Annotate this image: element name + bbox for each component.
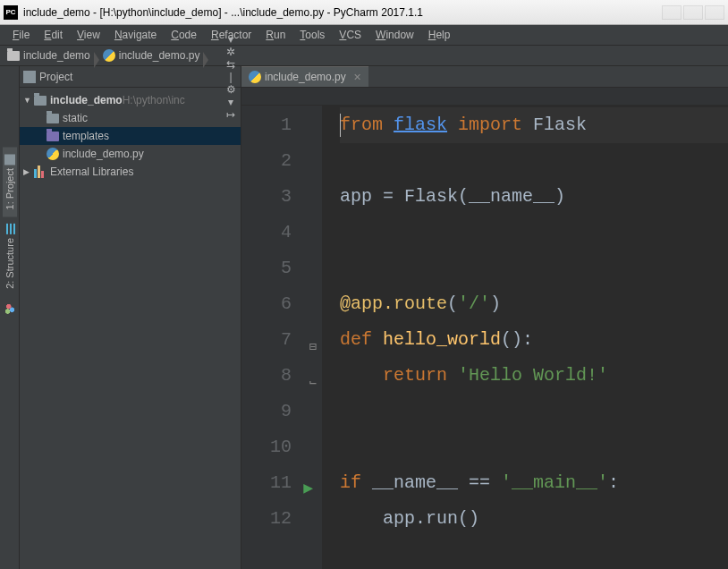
library-icon	[34, 166, 47, 178]
gutter: 123456789101112⊟⌙▶	[241, 106, 322, 569]
close-button[interactable]	[705, 5, 724, 20]
python-file-icon	[47, 148, 59, 160]
breadcrumb-item[interactable]: include_demo.py	[99, 49, 209, 62]
project-header-action[interactable]: ⇆	[224, 58, 237, 71]
tool-tab-structure[interactable]: 2: Structure	[3, 217, 17, 296]
app-icon: PC	[4, 5, 18, 20]
tool-window-strip: 1: Project2: Structure	[0, 66, 20, 569]
breadcrumb-item[interactable]: include_demo	[4, 49, 99, 62]
menu-navigate[interactable]: Navigate	[107, 27, 164, 43]
folder-icon	[47, 114, 59, 123]
code-line[interactable]: def hello_world():	[340, 322, 728, 358]
run-icon[interactable]: ▶	[303, 471, 313, 506]
code-line[interactable]	[340, 251, 728, 286]
code-line[interactable]: app = Flask(__name__)	[340, 179, 728, 215]
editor-area: include_demo.py ✕ 123456789101112⊟⌙▶ fro…	[241, 66, 728, 569]
minimize-button[interactable]	[662, 5, 681, 20]
code-line[interactable]	[340, 429, 728, 465]
project-tree[interactable]: ▼include_demo H:\python\incstatictemplat…	[20, 88, 241, 184]
folder-icon	[47, 132, 59, 141]
code-line[interactable]: from flask import Flask	[340, 107, 728, 143]
python-file-icon	[249, 71, 261, 83]
project-icon	[4, 154, 15, 165]
project-header-action[interactable]: |	[224, 71, 237, 83]
fold-end-icon: ⌙	[309, 365, 317, 401]
menu-edit[interactable]: Edit	[37, 27, 70, 43]
expand-icon: ▶	[23, 167, 32, 176]
code-line[interactable]: app.run()	[340, 501, 728, 537]
maximize-button[interactable]	[683, 5, 703, 20]
tool-tab-project[interactable]: 1: Project	[3, 147, 17, 217]
menu-run[interactable]: Run	[258, 27, 292, 43]
vcs-icon[interactable]	[4, 303, 15, 314]
code-line[interactable]: if __name__ == '__main__':	[340, 465, 728, 501]
editor-sub-breadcrumb	[241, 88, 728, 106]
editor-tabs: include_demo.py ✕	[241, 66, 728, 88]
project-view-icon	[23, 71, 36, 83]
tree-item-templates[interactable]: templates	[20, 127, 241, 145]
expand-icon: ▼	[23, 96, 32, 105]
tree-item-external-libraries[interactable]: ▶External Libraries	[20, 163, 241, 181]
menu-vcs[interactable]: VCS	[332, 27, 368, 43]
code-editor[interactable]: 123456789101112⊟⌙▶ from flask import Fla…	[241, 106, 728, 569]
tree-item-static[interactable]: static	[20, 109, 241, 127]
folder-icon	[7, 51, 20, 61]
window-title: include_demo - [H:\python\include_demo] …	[23, 6, 423, 19]
code-line[interactable]	[340, 143, 728, 179]
code-line[interactable]	[340, 394, 728, 429]
project-tool-window: Project ▾✲⇆|⚙▾↦ ▼include_demo H:\python\…	[20, 66, 241, 569]
editor-tab[interactable]: include_demo.py ✕	[241, 66, 368, 87]
breadcrumb-bar: include_demoinclude_demo.py	[0, 45, 728, 66]
code-content[interactable]: from flask import Flaskapp = Flask(__nam…	[322, 106, 728, 569]
structure-icon	[4, 224, 15, 234]
menubar: FileEditViewNavigateCodeRefactorRunTools…	[0, 25, 728, 45]
editor-tab-label: include_demo.py	[265, 71, 346, 83]
menu-tools[interactable]: Tools	[292, 27, 332, 43]
menu-file[interactable]: File	[5, 27, 37, 43]
tree-item-include-demo[interactable]: ▼include_demo H:\python\inc	[20, 91, 241, 109]
folder-icon	[34, 96, 47, 106]
code-line[interactable]: return 'Hello World!'	[340, 358, 728, 394]
fold-icon[interactable]: ⊟	[309, 329, 317, 365]
project-header-action[interactable]: ▾	[224, 33, 237, 46]
menu-help[interactable]: Help	[421, 27, 458, 43]
code-line[interactable]: @app.route('/')	[340, 286, 728, 322]
menu-window[interactable]: Window	[368, 27, 421, 43]
window-controls	[662, 5, 724, 20]
menu-code[interactable]: Code	[164, 27, 204, 43]
menu-view[interactable]: View	[70, 27, 107, 43]
code-line[interactable]	[340, 215, 728, 251]
project-header: Project ▾✲⇆|⚙▾↦	[20, 66, 241, 88]
project-header-title: Project	[39, 71, 72, 83]
tree-item-include-demo-py[interactable]: include_demo.py	[20, 145, 241, 163]
titlebar: PC include_demo - [H:\python\include_dem…	[0, 0, 728, 25]
project-header-action[interactable]: ✲	[224, 46, 237, 58]
python-file-icon	[103, 49, 115, 62]
close-tab-icon[interactable]: ✕	[353, 72, 361, 83]
